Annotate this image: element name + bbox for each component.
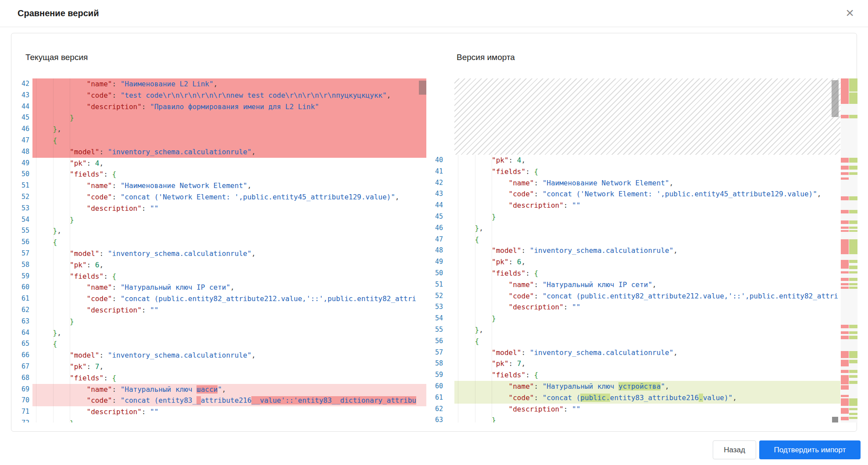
line-number: 66 <box>18 350 32 361</box>
right-editor-hscrollbar-thumb[interactable] <box>832 417 838 422</box>
minimap-added-bar <box>849 331 857 334</box>
line-number: 44 <box>432 200 454 211</box>
line-number: 63 <box>18 316 32 327</box>
minimap-removed-bar <box>841 370 849 373</box>
minimap-added-bar <box>849 230 857 232</box>
diff-minimap[interactable] <box>841 78 857 422</box>
line-number: 43 <box>432 188 454 200</box>
code-line-current-64: 64 }, <box>18 327 426 339</box>
line-number: 64 <box>18 327 32 339</box>
code-line-import-63: 63 } <box>432 415 840 422</box>
current-version-editor[interactable]: 42 "name": "Наименование L2 Link",43 "co… <box>18 78 426 422</box>
minimap-removed-bar <box>841 408 849 414</box>
minimap-removed-bar <box>841 278 849 281</box>
minimap-removed-bar <box>841 283 849 285</box>
line-number: 57 <box>18 248 32 259</box>
minimap-removed-bar <box>841 351 849 358</box>
minimap-added-bar <box>849 325 857 328</box>
code-line-current-65: 65 { <box>18 338 426 350</box>
minimap-added-bar <box>849 351 857 358</box>
left-editor-scrollbar-thumb[interactable] <box>419 81 426 95</box>
indent-guide <box>36 78 36 422</box>
minimap-added-bar <box>849 172 857 175</box>
line-number: 52 <box>432 291 454 302</box>
code-line-import-59: 59 "fields": { <box>432 369 840 381</box>
code-line-current-52: 52 "code": "concat ('Network Element: ',… <box>18 192 426 203</box>
minimap-added-bar <box>849 336 857 339</box>
missing-lines-hatch <box>454 78 840 155</box>
line-number: 47 <box>18 135 32 146</box>
line-number: 67 <box>18 361 32 373</box>
minimap-removed-bar <box>841 210 849 213</box>
right-editor-scrollbar-thumb[interactable] <box>832 80 839 117</box>
back-button[interactable]: Назад <box>713 440 756 459</box>
line-number: 51 <box>18 180 32 192</box>
line-number: 63 <box>432 415 454 422</box>
dialog-titlebar: Сравнение версий × <box>0 0 868 27</box>
code-line-current-49: 49 "pk": 4, <box>18 158 426 169</box>
minimap-removed-bar <box>841 385 849 390</box>
line-number: 58 <box>432 358 454 369</box>
code-line-import-52: 52 "code": "concat (public.entity82_attr… <box>432 291 840 302</box>
indent-guide <box>70 78 70 422</box>
code-line-import-57: 57 "model": "inventory_schema.calculatio… <box>432 347 840 359</box>
minimap-added-bar <box>849 417 857 419</box>
code-line-current-43: 43 "code": "test code\r\n\r\n\r\n\r\nnew… <box>18 90 426 101</box>
code-line-current-55: 55 }, <box>18 225 426 237</box>
code-line-current-71: 71 "description": "" <box>18 406 426 418</box>
code-line-current-68: 68 "fields": { <box>18 373 426 384</box>
current-version-header: Текущая версия <box>25 53 88 62</box>
minimap-removed-bar <box>841 325 849 328</box>
code-line-import-51: 51 "name": "Натуральный ключ IP сети", <box>432 279 840 291</box>
line-number: 42 <box>18 78 32 90</box>
minimap-removed-bar <box>841 177 849 180</box>
close-icon[interactable]: × <box>846 4 854 21</box>
code-line-import-50: 50 "fields": { <box>432 268 840 279</box>
code-line-import-41: 41 "fields": { <box>432 166 840 177</box>
code-line-import-56: 56 { <box>432 336 840 347</box>
import-version-code: 40 "pk": 4,41 "fields": {42 "name": "Наи… <box>432 155 840 422</box>
minimap-added-bar <box>849 375 857 378</box>
line-number: 70 <box>18 395 32 406</box>
minimap-removed-bar <box>841 287 849 289</box>
comparison-card: Текущая версия Версия иморта 42 "name": … <box>11 33 857 432</box>
confirm-import-button[interactable]: Подтвердить импорт <box>759 440 861 459</box>
code-line-import-61: 61 "code": "concat (public.entity83_attr… <box>432 392 840 404</box>
line-number: 60 <box>18 282 32 293</box>
minimap-removed-bar <box>841 375 849 384</box>
minimap-added-bar <box>849 78 857 92</box>
line-number: 53 <box>432 302 454 313</box>
line-number: 68 <box>18 373 32 384</box>
line-number: 55 <box>432 324 454 336</box>
code-line-current-61: 61 "code": "concat (public.entity82_attr… <box>18 293 426 305</box>
import-version-editor[interactable]: 40 "pk": 4,41 "fields": {42 "name": "Наи… <box>432 78 840 422</box>
minimap-added-bar <box>849 360 857 363</box>
code-line-import-43: 43 "code": "concat ('Network Element: ',… <box>432 188 840 200</box>
code-line-import-55: 55 }, <box>432 324 840 336</box>
code-line-import-58: 58 "pk": 7, <box>432 358 840 369</box>
minimap-added-bar <box>849 266 857 269</box>
minimap-removed-bar <box>841 158 849 163</box>
minimap-added-bar <box>849 239 857 254</box>
minimap-removed-bar <box>841 92 849 104</box>
minimap-added-bar <box>849 260 857 263</box>
minimap-added-bar <box>849 210 857 213</box>
code-line-current-72: 72 } <box>18 418 426 422</box>
line-number: 62 <box>432 404 454 415</box>
minimap-removed-bar <box>841 196 849 200</box>
dialog-title: Сравнение версий <box>18 8 99 18</box>
code-line-current-51: 51 "name": "Наименование Network Element… <box>18 180 426 192</box>
code-line-import-60: 60 "name": "Натуральный ключ устройства"… <box>432 381 840 392</box>
minimap-added-bar <box>849 283 857 285</box>
line-number: 61 <box>18 293 32 305</box>
line-number: 61 <box>432 392 454 404</box>
line-number: 49 <box>18 158 32 169</box>
code-line-current-54: 54 } <box>18 214 426 226</box>
minimap-added-bar <box>849 227 857 229</box>
line-number: 60 <box>432 381 454 392</box>
line-number: 72 <box>18 418 32 422</box>
minimap-added-bar <box>849 271 857 273</box>
line-number: 55 <box>18 225 32 237</box>
line-number: 54 <box>18 214 32 226</box>
code-line-import-42: 42 "name": "Наименование Network Element… <box>432 177 840 189</box>
